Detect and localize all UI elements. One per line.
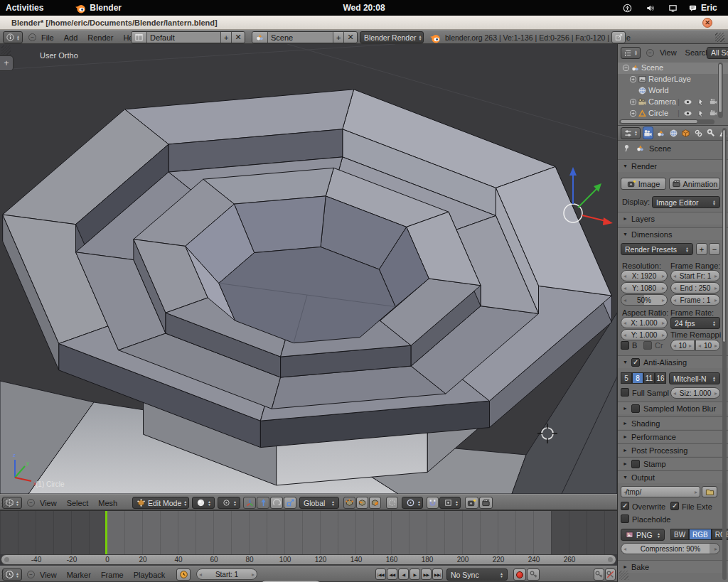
menu-item[interactable]: Frame: [101, 571, 124, 579]
aa-sample-8-button[interactable]: 8: [632, 372, 643, 384]
resolution-y-field[interactable]: Y: 1080: [621, 282, 668, 293]
full-sample-checkbox[interactable]: [621, 388, 629, 397]
render-engine-select[interactable]: Blender Render: [360, 31, 424, 43]
delete-layout-button[interactable]: ✕: [232, 32, 244, 43]
panel-header-layers[interactable]: ►Layers: [618, 212, 728, 225]
jump-start-button[interactable]: |◀◀: [375, 568, 386, 580]
aa-sample-16-button[interactable]: 16: [655, 372, 666, 384]
panel-corner-grip[interactable]: [619, 571, 628, 580]
expand-icon[interactable]: [628, 97, 638, 107]
play-reverse-button[interactable]: ◀: [398, 568, 409, 580]
outliner-row-circle[interactable]: Circle |: [618, 108, 728, 119]
aa-size-field[interactable]: Siz: 1.000: [670, 387, 720, 399]
expand-icon[interactable]: [628, 75, 638, 84]
next-keyframe-button[interactable]: ▶▶: [421, 568, 432, 580]
timeline-ruler[interactable]: [0, 510, 617, 554]
tab-render[interactable]: [643, 126, 653, 139]
menu-item[interactable]: View: [660, 48, 677, 57]
panel-header-render[interactable]: ▼Render: [618, 159, 728, 172]
window-title-bar[interactable]: Blender* [/home/eric/Documents/Blender/l…: [0, 16, 728, 30]
motion-blur-checkbox[interactable]: [631, 404, 640, 413]
remove-preset-button[interactable]: −: [709, 243, 720, 255]
stamp-checkbox[interactable]: [631, 460, 640, 468]
panel-header-dimensions[interactable]: ▼Dimensions: [618, 227, 728, 240]
outliner-row-scene[interactable]: Scene: [618, 63, 728, 74]
render-image-button[interactable]: Image: [621, 178, 666, 190]
panel-header-anti-aliasing[interactable]: ▼Anti-Aliasing: [618, 355, 728, 368]
display-icon[interactable]: [668, 4, 678, 13]
collapse-icon[interactable]: [621, 63, 631, 72]
menu-item[interactable]: File: [41, 33, 54, 42]
menu-item[interactable]: View: [40, 571, 57, 579]
pivot-point-select[interactable]: [218, 497, 240, 509]
aspect-y-field[interactable]: Y: 1.000: [621, 329, 668, 340]
fps-select[interactable]: 24 fps: [670, 317, 720, 329]
panel-header-bake[interactable]: ►Bake: [618, 560, 728, 573]
remap-new-field[interactable]: 10: [695, 340, 720, 351]
screen-layout-selector[interactable]: Default + ✕: [131, 31, 245, 43]
frame-end-field[interactable]: End : 250: [670, 282, 720, 293]
crop-checkbox[interactable]: [643, 341, 652, 350]
display-filter-select[interactable]: All Sce: [707, 47, 728, 59]
compression-slider[interactable]: Compression: 90%: [621, 543, 720, 554]
outliner-row-camera[interactable]: Camera |: [618, 97, 728, 108]
jump-end-button[interactable]: ▶▶|: [432, 568, 443, 580]
insert-keyframe-button[interactable]: [594, 568, 604, 581]
resolution-x-field[interactable]: X: 1920: [621, 270, 668, 281]
duplicate-window-button[interactable]: [611, 31, 626, 43]
outliner-row-renderlayer[interactable]: RenderLaye: [618, 74, 728, 85]
panel-header-shading[interactable]: ►Shading: [618, 416, 728, 429]
mode-select[interactable]: Edit Mode: [132, 497, 189, 509]
opengl-render-button[interactable]: [465, 497, 478, 509]
close-button[interactable]: ✕: [702, 18, 712, 28]
scene-selector[interactable]: Scene + ✕: [252, 31, 358, 43]
color-mode-bw-button[interactable]: BW: [670, 529, 689, 540]
rotate-manipulator-button[interactable]: [270, 497, 283, 509]
opengl-animation-button[interactable]: [479, 497, 493, 509]
viewport-collapse-icon[interactable]: −: [27, 499, 35, 507]
orientation-select[interactable]: Global: [299, 497, 339, 509]
menu-item[interactable]: Render: [87, 33, 113, 42]
selectability-cursor-icon[interactable]: [696, 97, 705, 107]
scene-icon[interactable]: [252, 32, 268, 43]
sync-select[interactable]: No Sync: [446, 568, 508, 581]
menu-item[interactable]: Add: [64, 33, 78, 42]
header-grip[interactable]: [1, 498, 11, 507]
menu-item[interactable]: View: [40, 499, 57, 507]
menu-item[interactable]: Playback: [134, 571, 166, 579]
scale-manipulator-button[interactable]: [284, 497, 296, 509]
clock[interactable]: Wed 20:08: [343, 3, 385, 13]
display-select[interactable]: Image Editor: [652, 196, 720, 208]
add-preset-button[interactable]: +: [696, 243, 707, 255]
renderability-icon[interactable]: [709, 97, 718, 107]
screen-layout-icon[interactable]: [132, 32, 147, 43]
manipulator-toggle[interactable]: [243, 497, 256, 509]
aa-filter-select[interactable]: Mitchell-N: [669, 372, 720, 384]
accessibility-icon[interactable]: [623, 4, 632, 13]
frame-start-field[interactable]: Start Fr: 1: [670, 270, 720, 281]
resize-grip[interactable]: [715, 33, 724, 42]
output-path-field[interactable]: /tmp/: [621, 486, 700, 497]
play-button[interactable]: ▶: [410, 568, 420, 580]
collapse-menus-icon[interactable]: −: [28, 33, 36, 41]
face-select-mode-button[interactable]: [369, 497, 381, 509]
scene-field[interactable]: Scene: [268, 32, 333, 43]
viewport-shading-select[interactable]: [192, 497, 215, 509]
color-mode-rgb-button[interactable]: RGB: [689, 529, 712, 540]
menu-item[interactable]: Marker: [67, 571, 91, 579]
screen-layout-field[interactable]: Default: [147, 32, 221, 43]
expand-icon[interactable]: [628, 109, 638, 118]
menu-item[interactable]: Mesh: [98, 499, 117, 507]
renderability-icon[interactable]: [709, 109, 718, 118]
tool-shelf-tab[interactable]: +: [0, 55, 14, 71]
aa-sample-5-button[interactable]: 5: [621, 372, 632, 384]
outliner-type-selector[interactable]: [621, 47, 641, 59]
panel-header-output[interactable]: ▼Output: [618, 470, 728, 483]
render-animation-button[interactable]: Animation: [669, 178, 720, 190]
current-frame-playhead[interactable]: [105, 511, 107, 555]
delete-scene-button[interactable]: ✕: [344, 32, 356, 43]
anti-aliasing-checkbox[interactable]: [631, 358, 640, 367]
prev-keyframe-button[interactable]: ◀◀: [387, 568, 397, 580]
activities-button[interactable]: Activities: [6, 3, 43, 13]
outliner-row-world[interactable]: World: [618, 85, 728, 97]
